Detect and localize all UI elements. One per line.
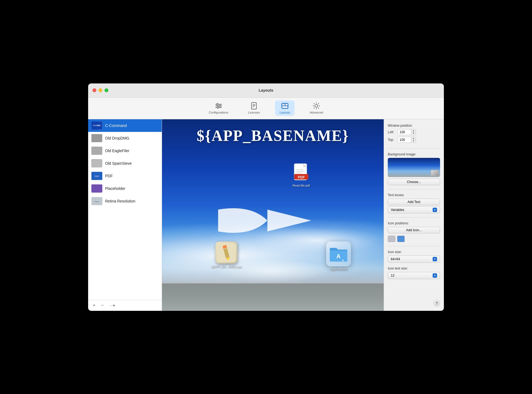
sidebar-item-old-dropdmg[interactable]: Old DropDMG — [88, 132, 162, 144]
background-image-preview — [388, 158, 440, 177]
maximize-button[interactable] — [105, 88, 108, 92]
top-stepper[interactable]: ▲ ▼ — [398, 137, 416, 143]
app-icon[interactable]: ${APP_BA...AME}.app — [211, 242, 242, 268]
icon-positions-section: Icon positions: Add Icon... — [388, 221, 440, 242]
applications-folder[interactable]: A Applications — [326, 242, 351, 271]
applications-folder-label: Applications — [330, 267, 348, 271]
close-button[interactable] — [92, 88, 96, 92]
app-basename-title: ${APP_BASENAME} — [162, 127, 384, 144]
tab-licenses[interactable]: Licenses — [244, 100, 264, 116]
sidebar-item-label-retina-resolution: Retina Resolution — [105, 199, 135, 203]
icon-text-size-section: Icon text size: 12 ▼ — [388, 266, 440, 279]
tab-layouts[interactable]: Layouts — [275, 100, 294, 116]
icon-text-size-dropdown[interactable]: 12 ▼ — [388, 272, 440, 279]
left-stepper[interactable]: ▲ ▼ — [398, 129, 416, 135]
left-position-row: Left: ▲ ▼ — [388, 129, 440, 135]
sidebar-item-label-old-spamsieve: Old SpamSieve — [105, 161, 132, 166]
svg-rect-13 — [282, 106, 288, 108]
svg-text:Retina: Retina — [94, 201, 99, 202]
top-arrows: ▲ ▼ — [411, 137, 416, 143]
sidebar-item-label-old-eaglefiler: Old EagleFiler — [105, 149, 129, 153]
sidebar-thumb-c-command: C-CMD — [91, 121, 102, 130]
icon-size-section: Icon size: 64×64 ▼ — [388, 250, 440, 263]
sidebar-thumb-old-spamsieve — [91, 159, 102, 167]
sidebar-item-old-spamsieve[interactable]: Old SpamSieve — [88, 157, 162, 170]
left-up-arrow[interactable]: ▲ — [411, 129, 416, 132]
sidebar-thumb-retina-resolution: Retina — [91, 197, 102, 205]
sidebar-item-c-command[interactable]: C-CMD C-Command — [88, 119, 162, 132]
layouts-icon — [281, 102, 289, 110]
choose-bg-button[interactable]: Choose... — [388, 179, 440, 185]
top-up-arrow[interactable]: ▲ — [411, 137, 416, 140]
pdf-icon[interactable]: PDF Read Me.pdf — [293, 163, 310, 187]
svg-point-15 — [283, 104, 284, 105]
arrow-shape — [218, 193, 328, 248]
variables-dropdown-arrow: ▼ — [433, 208, 437, 212]
variables-dropdown[interactable]: Variables ▼ — [388, 206, 440, 213]
svg-point-3 — [216, 103, 218, 105]
divider-3 — [388, 217, 440, 218]
content-area: C-CMD C-Command Old DropDMG Old Eag — [88, 119, 444, 311]
sidebar-item-placeholder[interactable]: Placeholder — [88, 182, 162, 195]
top-position-row: Top: ▲ ▼ — [388, 137, 440, 143]
add-layout-button[interactable]: + — [90, 302, 98, 309]
sidebar-item-label-old-dropdmg: Old DropDMG — [105, 136, 129, 140]
window-position-label: Window position: — [388, 124, 440, 128]
add-text-button[interactable]: Add Text — [388, 199, 440, 205]
swatch-blue[interactable] — [397, 236, 405, 242]
icon-text-size-dropdown-arrow: ▼ — [433, 273, 437, 278]
background-image-section: Background image: Choose... — [388, 152, 440, 185]
icon-size-dropdown[interactable]: 64×64 ▼ — [388, 256, 440, 263]
svg-rect-24 — [92, 185, 102, 192]
left-label: Left: — [388, 130, 396, 134]
svg-point-14 — [282, 104, 283, 105]
icon-text-size-value: 12 — [391, 274, 394, 277]
pdf-icon-label: Read Me.pdf — [293, 184, 310, 187]
app-window: Layouts Configurations — [88, 83, 444, 311]
configurations-tab-label: Configurations — [209, 111, 228, 114]
icon-text-size-label: Icon text size: — [388, 266, 440, 270]
svg-point-16 — [284, 104, 285, 105]
licenses-tab-label: Licenses — [248, 111, 260, 114]
tab-advanced[interactable]: Advanced — [305, 100, 328, 116]
app-icon-visual — [215, 242, 237, 263]
divider-1 — [388, 148, 440, 149]
svg-point-4 — [219, 105, 221, 107]
tab-configurations[interactable]: Configurations — [204, 100, 233, 116]
svg-text:C-CMD: C-CMD — [93, 124, 101, 127]
window-position-section: Window position: Left: ▲ ▼ Top: — [388, 124, 440, 144]
pdf-icon-visual: PDF — [293, 163, 310, 183]
gear-icon — [313, 102, 320, 110]
svg-text:A: A — [336, 253, 341, 260]
icon-size-label: Icon size: — [388, 250, 440, 254]
more-actions-button[interactable]: ···▾ — [107, 302, 118, 309]
advanced-tab-label: Advanced — [310, 111, 323, 114]
sidebar-item-retina-resolution[interactable]: Retina Retina Resolution — [88, 195, 162, 207]
svg-text:PDF: PDF — [298, 175, 305, 179]
main-area: ${APP_BASENAME} — [162, 119, 384, 311]
sidebar-item-pdf[interactable]: PDF PDF — [88, 170, 162, 182]
text-boxes-section: Text boxes: Add Text Variables ▼ — [388, 193, 440, 213]
titlebar: Layouts — [88, 83, 444, 98]
top-down-arrow[interactable]: ▼ — [411, 140, 416, 143]
help-button[interactable]: ? — [433, 300, 440, 306]
sidebar-item-label-pdf: PDF — [105, 174, 113, 178]
bg-preview-thumb — [431, 170, 439, 176]
svg-rect-12 — [285, 104, 288, 106]
layouts-tab-label: Layouts — [279, 111, 290, 114]
add-icon-button[interactable]: Add Icon... — [388, 227, 440, 233]
swatch-gray[interactable] — [388, 236, 395, 242]
sidebar-item-old-eaglefiler[interactable]: Old EagleFiler — [88, 144, 162, 157]
traffic-lights — [92, 88, 108, 92]
dmg-preview[interactable]: ${APP_BASENAME} — [162, 119, 384, 311]
sidebar-thumb-old-eaglefiler — [91, 147, 102, 155]
ground — [162, 283, 384, 311]
remove-layout-button[interactable]: − — [99, 302, 106, 309]
license-icon — [250, 102, 258, 110]
left-input[interactable] — [398, 129, 411, 135]
icon-positions-label: Icon positions: — [388, 221, 440, 225]
left-down-arrow[interactable]: ▼ — [411, 132, 416, 135]
background-image-label: Background image: — [388, 152, 440, 156]
top-input[interactable] — [398, 137, 411, 143]
minimize-button[interactable] — [99, 88, 102, 92]
